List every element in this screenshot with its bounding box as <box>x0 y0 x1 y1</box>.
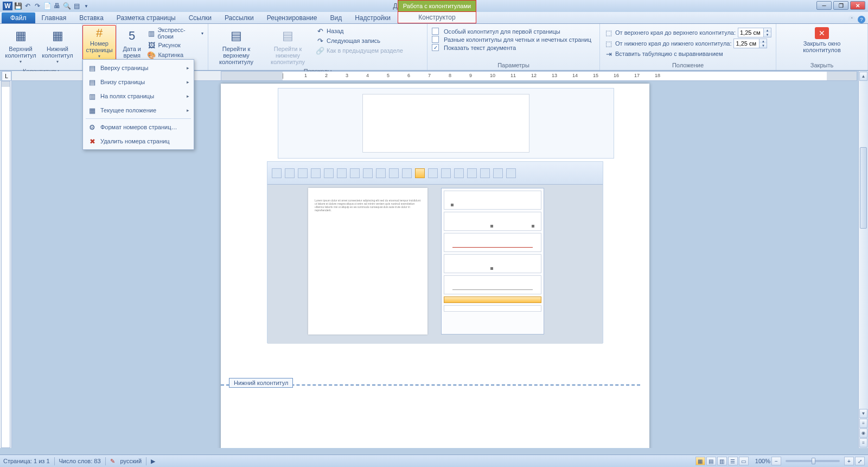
date-time-button[interactable]: 5 Дата и время <box>119 26 145 60</box>
different-first-checkbox[interactable]: Особый колонтитул для первой страницы <box>430 27 593 35</box>
minimize-button[interactable]: ─ <box>816 1 832 10</box>
tab-home[interactable]: Главная <box>35 12 73 23</box>
spin-up-icon[interactable]: ▲ <box>760 39 767 43</box>
zoom-level[interactable]: 100% <box>755 458 770 464</box>
embedded-screenshot-2: Lorem ipsum dolor sit amet consectetur a… <box>267 161 603 343</box>
status-word-count[interactable]: Число слов: 83 <box>59 458 101 464</box>
qat-dropdown-icon[interactable]: ▼ <box>82 2 91 10</box>
help-icon[interactable]: ? <box>858 16 865 23</box>
save-icon[interactable]: 💾 <box>14 2 22 10</box>
web-layout-view-button[interactable]: ▥ <box>717 457 727 465</box>
link-previous-button[interactable]: 🔗Как в предыдущем разделе <box>314 46 405 55</box>
status-language[interactable]: русский <box>120 458 142 464</box>
tab-insert[interactable]: Вставка <box>73 12 110 23</box>
preview-icon[interactable]: 🔍 <box>62 2 71 10</box>
spin-down-icon[interactable]: ▼ <box>764 33 771 37</box>
outline-view-button[interactable]: ☰ <box>728 457 738 465</box>
tab-layout[interactable]: Разметка страницы <box>110 12 182 23</box>
clipart-button[interactable]: 🎨Картинка <box>145 50 206 60</box>
proofing-icon[interactable]: ✎ <box>110 458 115 465</box>
different-odd-even-checkbox[interactable]: Разные колонтитулы для четных и нечетных… <box>430 35 593 43</box>
footer-bottom-spinner[interactable]: ▲▼ <box>733 39 767 48</box>
spin-down-icon[interactable]: ▼ <box>760 43 767 48</box>
tab-view[interactable]: Вид <box>323 12 348 23</box>
zoom-slider[interactable] <box>786 460 840 462</box>
header-top-spinner[interactable]: ▲▼ <box>738 28 771 37</box>
menu-format-page-numbers[interactable]: ⚙Формат номеров страниц… <box>84 120 193 134</box>
menu-remove-page-numbers[interactable]: ✖Удалить номера страниц <box>84 134 193 148</box>
goto-footer-button[interactable]: ▤ Перейти к нижнему колонтитулу <box>262 26 314 66</box>
redo-icon[interactable]: ↷ <box>33 2 42 10</box>
zoom-out-button[interactable]: − <box>771 457 781 465</box>
tab-review[interactable]: Рецензирование <box>260 12 324 23</box>
tab-mailings[interactable]: Рассылки <box>218 12 260 23</box>
maximize-button[interactable]: ❐ <box>833 1 848 10</box>
zoom-in-button[interactable]: + <box>844 457 854 465</box>
ruler-horizontal[interactable]: 123456789101112131415161718 <box>221 71 857 81</box>
previous-icon: ↶ <box>316 27 324 35</box>
menu-page-margins[interactable]: ▥На полях страницы▸ <box>84 89 193 103</box>
scroll-down-icon[interactable]: ▼ <box>859 409 867 418</box>
footer-from-bottom: ⬚От нижнего края до нижнего колонтитула:… <box>602 38 774 49</box>
close-header-footer-button[interactable]: ✕ Закрыть окно колонтитулов <box>799 26 845 54</box>
footer-label: Нижний колонтитул <box>42 46 73 59</box>
picture-button[interactable]: 🖼Рисунок <box>145 40 206 50</box>
quick-parts-icon: ▥ <box>147 29 155 37</box>
draft-view-button[interactable]: ▭ <box>739 457 749 465</box>
menu-bottom-of-page[interactable]: ▤Внизу страницы▸ <box>84 75 193 89</box>
header-zone[interactable] <box>221 84 649 152</box>
tab-icon: ⇥ <box>604 49 613 58</box>
page-top-icon: ▤ <box>87 63 97 73</box>
picture-icon: 🖼 <box>147 41 156 49</box>
status-page[interactable]: Страница: 1 из 1 <box>3 458 50 464</box>
close-x-icon: ✕ <box>815 27 829 39</box>
word-icon[interactable]: W <box>3 2 12 10</box>
scroll-thumb[interactable] <box>860 147 867 229</box>
tab-stop-selector[interactable]: L <box>2 71 11 81</box>
previous-button[interactable]: ↶Назад <box>314 26 405 36</box>
print-layout-view-button[interactable]: ▦ <box>695 457 705 465</box>
next-page-icon[interactable]: ≡ <box>859 438 867 447</box>
show-document-checkbox[interactable]: ✓Показать текст документа <box>430 43 593 52</box>
footer-button[interactable]: ▦ Нижний колонтитул ▾ <box>39 26 76 66</box>
browse-object-icon[interactable]: ◉ <box>859 428 867 438</box>
submenu-arrow-icon: ▸ <box>187 93 189 99</box>
quick-access-toolbar: W 💾 ↶ ↷ 📄 🖶 🔍 ▤ ▼ <box>0 2 91 10</box>
footer-icon: ▦ <box>49 27 66 45</box>
vertical-scrollbar[interactable]: ▲ ▼ ≡ ◉ ≡ <box>858 71 868 448</box>
link-icon: 🔗 <box>316 46 324 55</box>
goto-header-button[interactable]: ▤ Перейти к верхнему колонтитулу <box>210 26 262 66</box>
full-screen-view-button[interactable]: ▤ <box>706 457 716 465</box>
new-icon[interactable]: ▤ <box>72 2 81 10</box>
fit-button[interactable]: ⤢ <box>855 457 865 465</box>
quick-print-icon[interactable]: 🖶 <box>53 2 61 10</box>
margin-bottom-icon: ⬚ <box>604 39 613 48</box>
footer-zone-tag[interactable]: Нижний колонтитул <box>229 378 293 388</box>
ruler-vertical[interactable] <box>1 81 10 448</box>
tab-designer[interactable]: Конструктор <box>398 12 476 23</box>
next-button[interactable]: ↷Следующая запись <box>314 36 405 46</box>
tab-addins[interactable]: Надстройки <box>348 12 397 23</box>
header-button[interactable]: ▦ Верхний колонтитул ▾ <box>2 26 39 66</box>
minimize-ribbon-icon[interactable]: ˄ <box>848 16 856 23</box>
quick-parts-button[interactable]: ▥Экспресс-блоки ▾ <box>145 26 206 40</box>
scroll-up-icon[interactable]: ▲ <box>859 72 867 81</box>
prev-page-icon[interactable]: ≡ <box>859 419 867 428</box>
insert-alignment-tab-button[interactable]: ⇥Вставить табуляцию с выравниванием <box>602 49 774 59</box>
menu-top-of-page[interactable]: ▤Вверху страницы▸ <box>84 61 193 75</box>
ruler-vertical-area <box>0 81 12 448</box>
tab-file[interactable]: Файл <box>2 12 35 23</box>
header-icon: ▦ <box>12 27 29 45</box>
macro-icon[interactable]: ▶ <box>151 458 155 465</box>
undo-icon[interactable]: ↶ <box>23 2 32 10</box>
tab-references[interactable]: Ссылки <box>182 12 218 23</box>
spin-up-icon[interactable]: ▲ <box>764 28 771 33</box>
menu-current-position[interactable]: ▦Текущее положение▸ <box>84 103 193 117</box>
group-label: Положение <box>601 61 775 69</box>
page-number-button[interactable]: # Номер страницы ▾ <box>82 25 116 61</box>
close-button[interactable]: ✕ <box>850 1 865 10</box>
group-close: ✕ Закрыть окно колонтитулов Закрыть <box>776 24 868 70</box>
page-number-dropdown: ▤Вверху страницы▸ ▤Внизу страницы▸ ▥На п… <box>82 59 194 150</box>
checkbox-icon: ✓ <box>432 44 439 51</box>
print-preview-icon[interactable]: 📄 <box>43 2 52 10</box>
